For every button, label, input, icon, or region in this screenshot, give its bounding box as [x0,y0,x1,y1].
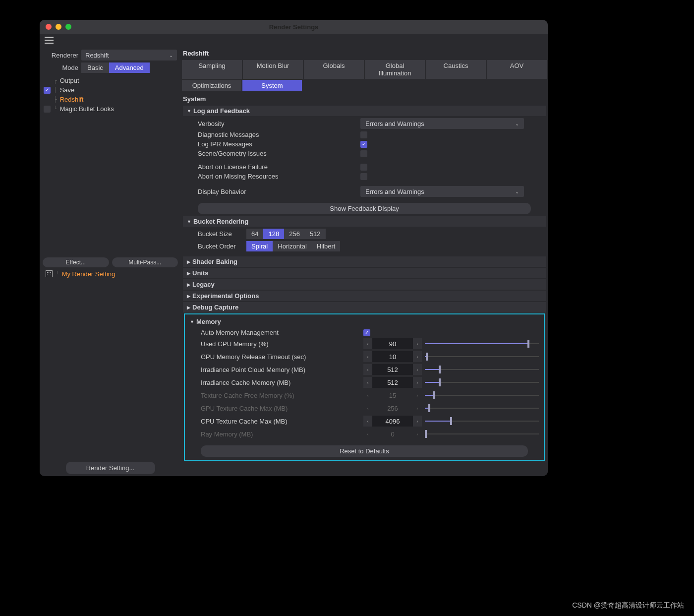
mem-spinner[interactable]: ‹512› [363,377,422,388]
spinner-increment-icon[interactable]: › [413,364,422,375]
mem-spinner: ‹0› [363,429,422,439]
tab-aov[interactable]: AOV [487,60,547,79]
mem-label: GPU Memory Release Timeout (sec) [201,353,359,361]
preset-name[interactable]: My Render Setting [62,270,116,278]
mode-basic-button[interactable]: Basic [81,62,109,73]
tree-output[interactable]: Output [60,77,79,84]
section-heading: System [183,93,546,105]
close-icon[interactable] [46,24,52,30]
mode-advanced-button[interactable]: Advanced [109,62,150,73]
group-shader-baking[interactable]: ▶Shader Baking [183,256,546,267]
render-settings-window: Render Settings Renderer Redshift ⌄ Mode… [40,20,548,476]
bucket-order-spiral[interactable]: Spiral [246,241,273,251]
abort-license-checkbox[interactable] [360,164,367,171]
renderer-dropdown[interactable]: Redshift ⌄ [81,50,177,61]
group-bucket-rendering[interactable]: ▼Bucket Rendering [183,216,546,227]
tab-motion-blur[interactable]: Motion Blur [243,60,303,79]
display-behavior-select[interactable]: Errors and Warnings⌄ [360,186,524,197]
bucket-size-128[interactable]: 128 [263,229,284,239]
window-title: Render Settings [269,23,319,31]
tree-redshift[interactable]: Redshift [60,96,84,103]
abort-resources-label: Abort on Missing Resources [198,173,356,180]
effect-button[interactable]: Effect... [43,257,109,267]
logipr-label: Log IPR Messages [198,140,356,148]
bucket-size-256[interactable]: 256 [284,229,305,239]
spinner-decrement-icon[interactable]: ‹ [363,351,372,362]
traffic-lights [46,24,71,30]
mem-label: Used GPU Memory (%) [201,340,359,348]
reset-defaults-button[interactable]: Reset to Defaults [201,445,528,457]
group-units[interactable]: ▶Units [183,268,546,278]
group-debug-capture[interactable]: ▶Debug Capture [183,302,546,312]
tabs-row-1: SamplingMotion BlurGlobalsGlobal Illumin… [181,60,548,79]
group-legacy[interactable]: ▶Legacy [183,279,546,290]
spinner-increment-icon: › [413,429,422,439]
memory-highlight-box: ▼Memory Auto Memory Management Used GPU … [184,313,545,461]
bucket-order-hilbert[interactable]: Hilbert [312,241,341,251]
abort-resources-checkbox[interactable] [360,173,367,180]
zoom-icon[interactable] [65,24,71,30]
spinner-increment-icon[interactable]: › [413,377,422,388]
tab-sampling[interactable]: Sampling [182,60,242,79]
multipass-button[interactable]: Multi-Pass... [112,257,178,267]
bucket-order-horizontal[interactable]: Horizontal [273,241,312,251]
mem-spinner[interactable]: ‹10› [363,351,422,362]
mem-spinner[interactable]: ‹90› [363,338,422,349]
spinner-increment-icon[interactable]: › [413,351,422,362]
render-setting-button[interactable]: Render Setting... [66,462,155,474]
mem-value: 256 [372,405,413,412]
triangle-right-icon: ▶ [187,271,190,276]
tab-system[interactable]: System [242,80,302,91]
save-checkbox[interactable] [44,87,51,94]
spinner-increment-icon[interactable]: › [413,338,422,349]
mem-spinner[interactable]: ‹512› [363,364,422,375]
mem-label: Texture Cache Free Memory (%) [201,392,359,399]
spinner-decrement-icon[interactable]: ‹ [363,364,372,375]
tree-save[interactable]: Save [60,86,75,94]
main-panel: Redshift SamplingMotion BlurGlobalsGloba… [181,47,548,476]
verbosity-select[interactable]: Errors and Warnings⌄ [360,118,524,129]
preset-icon[interactable]: ⛶ [46,270,53,277]
bucket-size-512[interactable]: 512 [305,229,326,239]
group-memory[interactable]: ▼Memory [186,316,543,327]
auto-memory-checkbox[interactable] [363,329,370,336]
display-behavior-label: Display Behavior [198,188,356,195]
show-feedback-button[interactable]: Show Feedback Display [198,203,531,214]
logipr-checkbox[interactable] [360,141,367,148]
tab-caustics[interactable]: Caustics [426,60,486,79]
menu-icon[interactable] [45,37,54,44]
spinner-increment-icon[interactable]: › [413,416,422,427]
chevron-down-icon: ⌄ [169,53,173,58]
mem-value: 90 [372,340,413,348]
mem-slider [425,390,539,401]
bucket-size-64[interactable]: 64 [246,229,263,239]
renderer-value: Redshift [85,52,109,59]
tree-magic[interactable]: Magic Bullet Looks [60,105,114,113]
mem-value: 10 [372,353,413,361]
spinner-decrement-icon[interactable]: ‹ [363,338,372,349]
diagnostic-checkbox[interactable] [360,131,367,138]
mem-slider [425,403,539,414]
mem-value: 512 [372,366,413,373]
triangle-right-icon: ▶ [187,282,190,287]
magic-checkbox[interactable] [44,106,51,113]
group-log-feedback[interactable]: ▼Log and Feedback [183,106,546,116]
scene-issues-checkbox[interactable] [360,150,367,157]
mem-slider[interactable] [425,416,539,427]
mem-slider[interactable] [425,351,539,362]
sidebar: Renderer Redshift ⌄ Mode Basic Advanced … [40,47,181,476]
chevron-down-icon: ⌄ [515,121,519,126]
spinner-decrement-icon[interactable]: ‹ [363,416,372,427]
mem-slider[interactable] [425,364,539,375]
tab-optimizations[interactable]: Optimizations [182,80,241,91]
group-experimental-options[interactable]: ▶Experimental Options [183,291,546,301]
spinner-decrement-icon[interactable]: ‹ [363,377,372,388]
tab-global-illumination[interactable]: Global Illumination [365,60,425,79]
minimize-icon[interactable] [56,24,61,30]
mem-spinner[interactable]: ‹4096› [363,416,422,427]
triangle-right-icon: ▶ [187,305,190,310]
tab-globals[interactable]: Globals [304,60,364,79]
mem-slider[interactable] [425,377,539,388]
watermark: CSDN @赞奇超高清设计师云工作站 [572,601,684,610]
mem-slider[interactable] [425,338,539,349]
